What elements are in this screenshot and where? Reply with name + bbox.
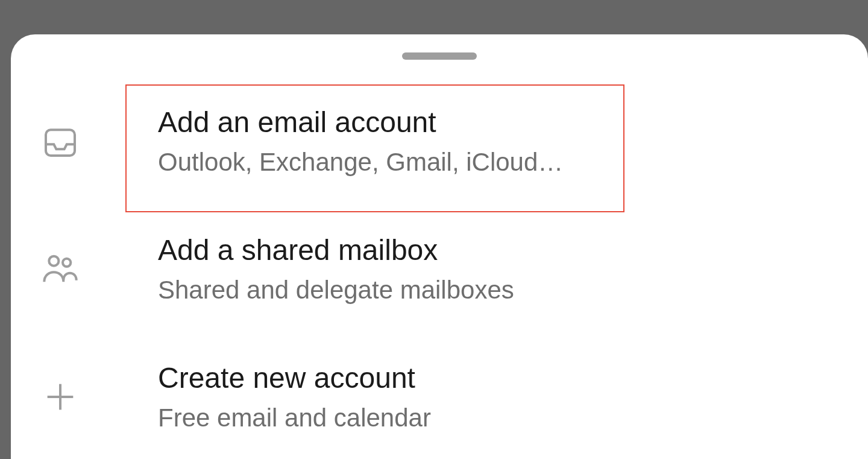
drag-handle[interactable]	[402, 52, 477, 60]
inbox-icon	[41, 122, 80, 160]
svg-point-1	[49, 256, 58, 266]
people-icon	[41, 250, 80, 288]
option-subtitle: Outlook, Exchange, Gmail, iCloud…	[158, 147, 563, 177]
svg-rect-0	[46, 130, 75, 156]
option-title: Add an email account	[158, 105, 563, 140]
option-add-email-account[interactable]: Add an email account Outlook, Exchange, …	[11, 93, 868, 189]
option-text-group: Create new account Free email and calend…	[158, 361, 431, 433]
svg-point-2	[63, 259, 71, 267]
plus-icon	[41, 378, 80, 416]
option-text-group: Add a shared mailbox Shared and delegate…	[158, 233, 514, 305]
option-subtitle: Free email and calendar	[158, 403, 431, 433]
option-add-shared-mailbox[interactable]: Add a shared mailbox Shared and delegate…	[11, 221, 868, 317]
dimmed-background	[0, 0, 868, 36]
option-text-group: Add an email account Outlook, Exchange, …	[158, 105, 563, 177]
option-subtitle: Shared and delegate mailboxes	[158, 275, 514, 305]
option-title: Add a shared mailbox	[158, 233, 514, 268]
options-list: Add an email account Outlook, Exchange, …	[11, 93, 868, 445]
option-create-new-account[interactable]: Create new account Free email and calend…	[11, 349, 868, 445]
bottom-sheet: Add an email account Outlook, Exchange, …	[11, 34, 868, 459]
option-title: Create new account	[158, 361, 431, 396]
